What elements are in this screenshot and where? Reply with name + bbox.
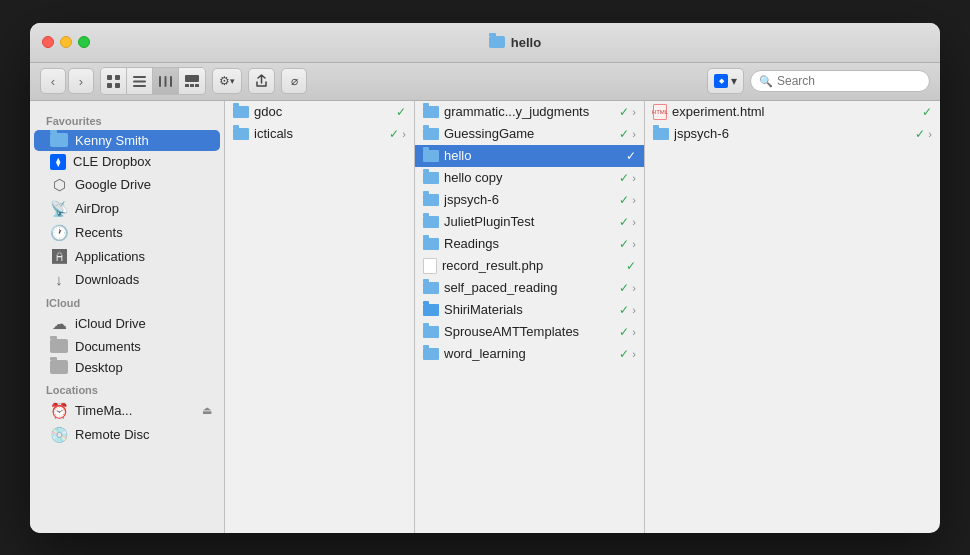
- file-name: jspsych-6: [444, 192, 619, 207]
- sidebar-item-airdrop[interactable]: 📡 AirDrop: [34, 197, 220, 221]
- sidebar-item-label: Applications: [75, 249, 145, 264]
- svg-rect-4: [133, 76, 146, 78]
- sidebar-item-recents[interactable]: 🕐 Recents: [34, 221, 220, 245]
- icloud-label: iCloud: [30, 291, 224, 312]
- dropbox-button[interactable]: ▾: [707, 68, 744, 94]
- traffic-lights: [42, 36, 90, 48]
- list-item[interactable]: SprouseAMTTemplates ✓ ›: [415, 321, 644, 343]
- svg-rect-5: [133, 80, 146, 82]
- file-name: JulietPluginTest: [444, 214, 619, 229]
- forward-button[interactable]: ›: [68, 68, 94, 94]
- drive-icon: ⬡: [50, 176, 68, 194]
- svg-rect-8: [165, 76, 167, 87]
- view-icon-button[interactable]: [101, 68, 127, 94]
- sidebar-item-label: Documents: [75, 339, 141, 354]
- sidebar-item-timemachine[interactable]: ⏰ TimeMa... ⏏: [34, 399, 220, 423]
- check-icon: ✓: [619, 237, 629, 251]
- file-name: self_paced_reading: [444, 280, 619, 295]
- svg-rect-3: [115, 83, 120, 88]
- sidebar-item-downloads[interactable]: ↓ Downloads: [34, 268, 220, 291]
- back-button[interactable]: ‹: [40, 68, 66, 94]
- svg-rect-0: [107, 75, 112, 80]
- check-icon: ✓: [922, 105, 932, 119]
- arrow-icon: ›: [402, 128, 406, 140]
- list-item[interactable]: jspsych-6 ✓ ›: [645, 123, 940, 145]
- sidebar-item-label: Desktop: [75, 360, 123, 375]
- sidebar-item-applications[interactable]: 🅰 Applications: [34, 245, 220, 268]
- sidebar-item-google-drive[interactable]: ⬡ Google Drive: [34, 173, 220, 197]
- list-item[interactable]: ShiriMaterials ✓ ›: [415, 299, 644, 321]
- arrow-icon: ›: [632, 238, 636, 250]
- file-name: icticals: [254, 126, 389, 141]
- list-item[interactable]: Readings ✓ ›: [415, 233, 644, 255]
- folder-icon: [653, 128, 669, 140]
- maximize-button[interactable]: [78, 36, 90, 48]
- folder-gray-icon: [50, 360, 68, 374]
- list-item[interactable]: JulietPluginTest ✓ ›: [415, 211, 644, 233]
- search-input[interactable]: [777, 74, 921, 88]
- folder-icon: [423, 216, 439, 228]
- list-item[interactable]: gdoc ✓: [225, 101, 414, 123]
- list-item[interactable]: HTML experiment.html ✓: [645, 101, 940, 123]
- action-button[interactable]: ⚙▾: [212, 68, 242, 94]
- title-folder-icon: [489, 36, 505, 48]
- folder-icon: [50, 133, 68, 147]
- arrow-icon: ›: [928, 128, 932, 140]
- file-name: ShiriMaterials: [444, 302, 619, 317]
- sidebar-item-desktop[interactable]: Desktop: [34, 357, 220, 378]
- list-item[interactable]: self_paced_reading ✓ ›: [415, 277, 644, 299]
- svg-rect-13: [195, 84, 199, 87]
- eject-icon[interactable]: ⏏: [202, 404, 212, 417]
- svg-rect-9: [170, 76, 172, 87]
- list-item[interactable]: word_learning ✓ ›: [415, 343, 644, 365]
- folder-icon: [423, 106, 439, 118]
- list-item[interactable]: record_result.php ✓: [415, 255, 644, 277]
- file-icon: [423, 258, 437, 274]
- list-item[interactable]: hello copy ✓ ›: [415, 167, 644, 189]
- sidebar-item-label: Downloads: [75, 272, 139, 287]
- list-item[interactable]: hello ✓: [415, 145, 644, 167]
- check-icon: ✓: [915, 127, 925, 141]
- locations-label: Locations: [30, 378, 224, 399]
- sidebar-item-label: iCloud Drive: [75, 316, 146, 331]
- minimize-button[interactable]: [60, 36, 72, 48]
- check-icon: ✓: [619, 105, 629, 119]
- check-icon: ✓: [626, 149, 636, 163]
- arrow-icon: ›: [632, 172, 636, 184]
- nav-buttons: ‹ ›: [40, 68, 94, 94]
- list-item[interactable]: grammatic...y_judgments ✓ ›: [415, 101, 644, 123]
- dropbox-icon: [714, 74, 728, 88]
- share-button[interactable]: [248, 68, 275, 94]
- check-icon: ✓: [619, 325, 629, 339]
- sidebar-item-label: CLE Dropbox: [73, 154, 151, 169]
- check-icon: ✓: [619, 193, 629, 207]
- file-name: Readings: [444, 236, 619, 251]
- column-2: grammatic...y_judgments ✓ › GuessingGame…: [415, 101, 645, 533]
- sidebar: Favourites Kenny Smith CLE Dropbox ⬡ Goo…: [30, 101, 225, 533]
- sidebar-item-kenny-smith[interactable]: Kenny Smith: [34, 130, 220, 151]
- sidebar-item-cle-dropbox[interactable]: CLE Dropbox: [34, 151, 220, 173]
- view-list-button[interactable]: [127, 68, 153, 94]
- view-column-button[interactable]: [153, 68, 179, 94]
- check-icon: ✓: [619, 127, 629, 141]
- sidebar-item-remote-disc[interactable]: 💿 Remote Disc: [34, 423, 220, 447]
- list-item[interactable]: GuessingGame ✓ ›: [415, 123, 644, 145]
- tag-button[interactable]: ⌀: [281, 68, 307, 94]
- check-icon: ✓: [619, 171, 629, 185]
- file-name: gdoc: [254, 104, 396, 119]
- svg-rect-6: [133, 85, 146, 87]
- sidebar-item-label: TimeMa...: [75, 403, 132, 418]
- sidebar-item-icloud-drive[interactable]: ☁ iCloud Drive: [34, 312, 220, 336]
- check-icon: ✓: [619, 215, 629, 229]
- downloads-icon: ↓: [50, 271, 68, 288]
- search-box[interactable]: 🔍: [750, 70, 930, 92]
- close-button[interactable]: [42, 36, 54, 48]
- list-item[interactable]: jspsych-6 ✓ ›: [415, 189, 644, 211]
- list-item[interactable]: icticals ✓ ›: [225, 123, 414, 145]
- file-name: hello copy: [444, 170, 619, 185]
- check-icon: ✓: [396, 105, 406, 119]
- arrow-icon: ›: [632, 326, 636, 338]
- sidebar-item-documents[interactable]: Documents: [34, 336, 220, 357]
- arrow-icon: ›: [632, 216, 636, 228]
- view-gallery-button[interactable]: [179, 68, 205, 94]
